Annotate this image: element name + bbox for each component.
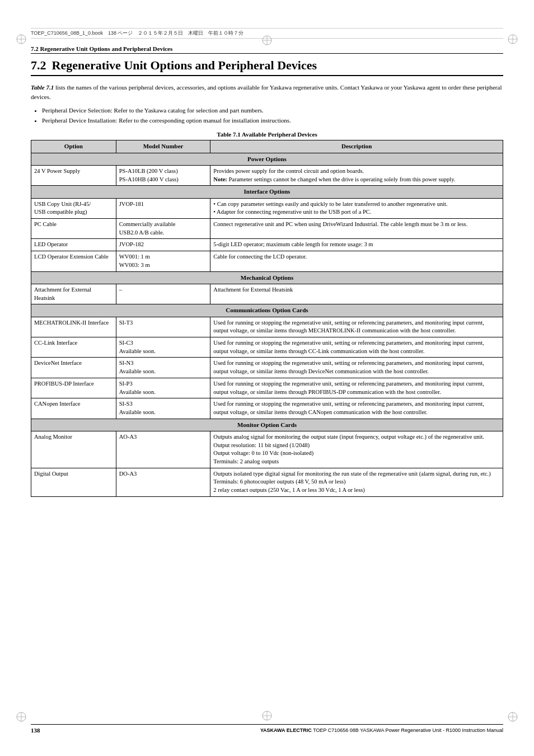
option-analog-monitor: Analog Monitor (31, 431, 116, 468)
bullet-item-1: Peripheral Device Selection: Refer to th… (42, 106, 503, 116)
desc-digital-output: Outputs isolated type digital signal for… (210, 468, 503, 496)
chapter-title: 7.2 Regenerative Unit Options and Periph… (31, 58, 503, 76)
table-row: Digital Output DO-A3 Outputs isolated ty… (31, 468, 503, 496)
table-ref-italic: Table 7.1 (31, 84, 54, 91)
option-pc-cable: PC Cable (31, 219, 116, 239)
reg-mark-bl (16, 711, 27, 722)
option-led: LED Operator (31, 239, 116, 251)
model-profibus: SI-P3Available soon. (116, 378, 210, 398)
desc-analog-monitor: Outputs analog signal for monitoring the… (210, 431, 503, 468)
section-comms-options: Communications Option Cards (31, 304, 503, 317)
model-usb-copy: JVOP-181 (116, 198, 210, 218)
table-row: Attachment for External Heatsink – Attac… (31, 284, 503, 304)
table-title: Table 7.1 Available Peripheral Devices (31, 131, 503, 138)
header-description: Description (210, 140, 503, 153)
model-lcd-cable: WV001: 1 mWV003: 3 m (116, 251, 210, 271)
section-comms-options-label: Communications Option Cards (31, 304, 503, 317)
option-usb-copy: USB Copy Unit (RJ-45/USB compatible plug… (31, 198, 116, 218)
section-mechanical-options: Mechanical Options (31, 271, 503, 284)
note-label: Note: (213, 176, 227, 182)
option-canopen: CANopen Interface (31, 398, 116, 419)
section-mechanical-options-label: Mechanical Options (31, 271, 503, 284)
reg-mark-bottom-center (261, 710, 273, 721)
page-footer: 138 YASKAWA ELECTRIC TOEP C710656 08B YA… (31, 724, 503, 734)
page: TOEP_C710656_08B_1_0.book 138 ページ ２０１５年２… (0, 0, 534, 756)
available-peripheral-devices-table: Option Model Number Description Power Op… (31, 140, 503, 497)
table-row: USB Copy Unit (RJ-45/USB compatible plug… (31, 198, 503, 218)
desc-24v: Provides power supply for the control ci… (210, 165, 503, 185)
option-profibus: PROFIBUS-DP Interface (31, 378, 116, 398)
section-power-options-label: Power Options (31, 153, 503, 165)
section-monitor-options: Monitor Option Cards (31, 419, 503, 431)
desc-pc-cable: Connect regenerative unit and PC when us… (210, 219, 503, 239)
reg-mark-tl (16, 34, 27, 45)
footer-company: YASKAWA ELECTRIC (260, 727, 312, 733)
content-area: TOEP_C710656_08B_1_0.book 138 ページ ２０１５年２… (31, 0, 503, 497)
section-monitor-options-label: Monitor Option Cards (31, 419, 503, 431)
footer-company-manual: YASKAWA ELECTRIC TOEP C710656 08B YASKAW… (260, 727, 503, 733)
model-pc-cable: Commercially availableUSB2.0 A/B cable. (116, 219, 210, 239)
page-number: 138 (31, 727, 40, 734)
section-interface-options-label: Interface Options (31, 186, 503, 198)
desc-led: 5-digit LED operator; maximum cable leng… (210, 239, 503, 251)
bullet-list: Peripheral Device Selection: Refer to th… (42, 106, 503, 125)
section-interface-options: Interface Options (31, 186, 503, 198)
table-row: PC Cable Commercially availableUSB2.0 A/… (31, 219, 503, 239)
option-devicenet: DeviceNet Interface (31, 358, 116, 378)
desc-devicenet: Used for running or stopping the regener… (210, 358, 503, 378)
reg-mark-br (507, 711, 518, 722)
table-row: CC-Link Interface SI-C3Available soon. U… (31, 337, 503, 358)
print-info-text: TOEP_C710656_08B_1_0.book 138 ページ ２０１５年２… (31, 30, 243, 37)
table-row: LED Operator JVOP-182 5-digit LED operat… (31, 239, 503, 251)
header-option: Option (31, 140, 116, 153)
desc-lcd-cable: Cable for connecting the LCD operator. (210, 251, 503, 271)
option-24v: 24 V Power Supply (31, 165, 116, 185)
desc-cclink: Used for running or stopping the regener… (210, 337, 503, 358)
model-mechatrolink: SI-T3 (116, 317, 210, 337)
model-cclink: SI-C3Available soon. (116, 337, 210, 358)
desc-profibus: Used for running or stopping the regener… (210, 378, 503, 398)
model-analog-monitor: AO-A3 (116, 431, 210, 468)
table-row: MECHATROLINK-II Interface SI-T3 Used for… (31, 317, 503, 337)
reg-mark-top-center (261, 35, 273, 46)
chapter-title-text: Regenerative Unit Options and Peripheral… (52, 58, 317, 73)
option-mechatrolink: MECHATROLINK-II Interface (31, 317, 116, 337)
intro-paragraph: Table 7.1 lists the names of the various… (31, 83, 503, 101)
model-devicenet: SI-N3Available soon. (116, 358, 210, 378)
header-model: Model Number (116, 140, 210, 153)
bullet-item-2: Peripheral Device Installation: Refer to… (42, 116, 503, 126)
model-heatsink: – (116, 284, 210, 304)
table-row: CANopen Interface SI-S3Available soon. U… (31, 398, 503, 419)
desc-usb-copy: • Can copy parameter settings easily and… (210, 198, 503, 218)
desc-heatsink: Attachment for External Heatsink (210, 284, 503, 304)
desc-mechatrolink: Used for running or stopping the regener… (210, 317, 503, 337)
table-row: PROFIBUS-DP Interface SI-P3Available soo… (31, 378, 503, 398)
section-power-options: Power Options (31, 153, 503, 165)
model-canopen: SI-S3Available soon. (116, 398, 210, 419)
table-row: Analog Monitor AO-A3 Outputs analog sign… (31, 431, 503, 468)
model-led: JVOP-182 (116, 239, 210, 251)
chapter-num: 7.2 (31, 58, 46, 73)
option-cclink: CC-Link Interface (31, 337, 116, 358)
model-digital-output: DO-A3 (116, 468, 210, 496)
section-header: 7.2 Regenerative Unit Options and Periph… (31, 45, 503, 54)
reg-mark-tr (507, 34, 518, 45)
desc-canopen: Used for running or stopping the regener… (210, 398, 503, 419)
table-row: 24 V Power Supply PS-A10LB (200 V class)… (31, 165, 503, 185)
footer-manual-ref: TOEP C710656 08B YASKAWA Power Regenerat… (313, 727, 503, 733)
table-header-row: Option Model Number Description (31, 140, 503, 153)
table-row: LCD Operator Extension Cable WV001: 1 mW… (31, 251, 503, 271)
option-lcd-cable: LCD Operator Extension Cable (31, 251, 116, 271)
option-digital-output: Digital Output (31, 468, 116, 496)
model-24v: PS-A10LB (200 V class)PS-A10HB (400 V cl… (116, 165, 210, 185)
table-row: DeviceNet Interface SI-N3Available soon.… (31, 358, 503, 378)
option-heatsink: Attachment for External Heatsink (31, 284, 116, 304)
